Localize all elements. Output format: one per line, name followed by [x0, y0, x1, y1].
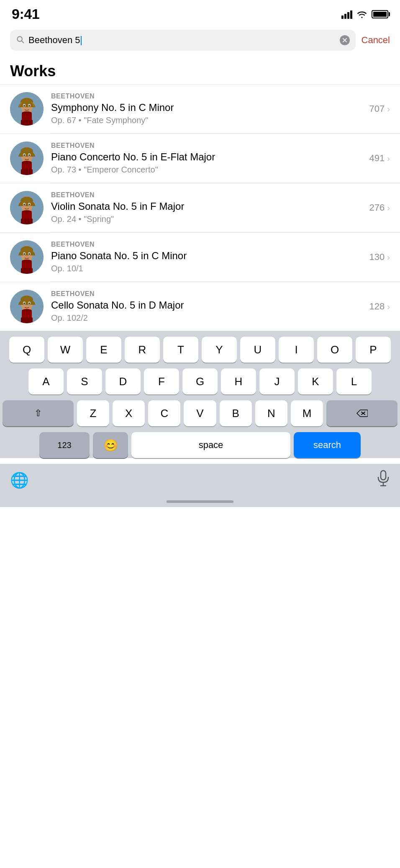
svg-rect-56	[381, 471, 386, 480]
work-item[interactable]: BEETHOVEN Cello Sonata No. 5 in D Major …	[0, 282, 400, 331]
key-m[interactable]: M	[291, 400, 323, 426]
works-section: Works BEETHOVEN S	[0, 57, 400, 331]
key-s[interactable]: S	[67, 368, 102, 394]
search-input[interactable]: Beethoven 5	[28, 35, 336, 46]
status-bar: 9:41	[0, 0, 400, 26]
key-j[interactable]: J	[259, 368, 295, 394]
svg-point-41	[23, 253, 25, 255]
svg-point-8	[22, 111, 32, 115]
delete-key[interactable]	[326, 400, 397, 426]
battery-icon	[372, 10, 388, 18]
svg-rect-23	[21, 169, 33, 175]
key-n[interactable]: N	[255, 400, 287, 426]
work-title: Cello Sonata No. 5 in D Major	[51, 299, 362, 312]
key-g[interactable]: G	[182, 368, 218, 394]
key-y[interactable]: Y	[202, 337, 237, 363]
chevron-icon: ›	[387, 104, 390, 114]
svg-point-12	[28, 105, 30, 107]
shift-key[interactable]: ⇧	[3, 400, 74, 426]
key-i[interactable]: I	[279, 337, 314, 363]
work-item[interactable]: BEETHOVEN Violin Sonata No. 5 in F Major…	[0, 183, 400, 232]
key-q[interactable]: Q	[9, 337, 44, 363]
key-h[interactable]: H	[221, 368, 256, 394]
work-subtitle: Op. 10/1	[51, 264, 362, 273]
emoji-key[interactable]: 😊	[93, 432, 128, 458]
work-title: Symphony No. 5 in C Minor	[51, 102, 362, 114]
numbers-key[interactable]: 123	[39, 432, 90, 458]
svg-line-1	[22, 41, 24, 43]
work-info: BEETHOVEN Cello Sonata No. 5 in D Major …	[51, 290, 362, 323]
chevron-icon: ›	[387, 203, 390, 213]
svg-point-38	[22, 260, 32, 263]
composer-avatar	[10, 240, 44, 274]
work-count: 128 ›	[369, 301, 390, 312]
key-f[interactable]: F	[144, 368, 179, 394]
work-info: BEETHOVEN Piano Concerto No. 5 in E-Flat…	[51, 142, 362, 175]
key-w[interactable]: W	[48, 337, 83, 363]
key-l[interactable]: L	[336, 368, 372, 394]
key-a[interactable]: A	[28, 368, 64, 394]
signal-icon	[341, 10, 352, 19]
svg-point-52	[28, 302, 30, 304]
keyboard-extras: 🌐	[0, 464, 400, 495]
svg-point-11	[23, 105, 25, 107]
work-item[interactable]: BEETHOVEN Piano Concerto No. 5 in E-Flat…	[0, 134, 400, 183]
composer-label: BEETHOVEN	[51, 191, 362, 199]
globe-icon[interactable]: 🌐	[10, 471, 29, 489]
search-key[interactable]: search	[294, 432, 361, 458]
key-e[interactable]: E	[86, 337, 121, 363]
chevron-icon: ›	[387, 154, 390, 163]
svg-rect-43	[21, 268, 33, 274]
work-title: Violin Sonata No. 5 in F Major	[51, 201, 362, 213]
status-time: 9:41	[12, 6, 39, 22]
work-count: 130 ›	[369, 252, 390, 263]
work-item[interactable]: BEETHOVEN Symphony No. 5 in C Minor Op. …	[0, 84, 400, 133]
svg-point-22	[28, 154, 30, 156]
key-b[interactable]: B	[220, 400, 252, 426]
key-t[interactable]: T	[163, 337, 198, 363]
key-d[interactable]: D	[105, 368, 141, 394]
composer-avatar	[10, 142, 44, 175]
home-bar	[167, 500, 233, 503]
svg-point-32	[28, 203, 30, 206]
key-x[interactable]: X	[113, 400, 145, 426]
status-icons	[341, 10, 388, 19]
key-p[interactable]: P	[356, 337, 391, 363]
svg-rect-13	[21, 120, 33, 126]
clear-button[interactable]	[340, 35, 350, 45]
svg-rect-33	[21, 219, 33, 224]
work-subtitle: Op. 102/2	[51, 313, 362, 323]
keyboard-row-2: A S D F G H J K L	[3, 368, 397, 394]
wifi-icon	[356, 10, 367, 18]
svg-point-21	[23, 154, 25, 156]
composer-label: BEETHOVEN	[51, 290, 362, 298]
key-k[interactable]: K	[298, 368, 333, 394]
key-v[interactable]: V	[184, 400, 216, 426]
search-bar[interactable]: Beethoven 5	[10, 30, 356, 51]
microphone-icon[interactable]	[377, 470, 390, 490]
work-count: 491 ›	[369, 153, 390, 164]
search-icon	[16, 35, 24, 46]
work-item[interactable]: BEETHOVEN Piano Sonata No. 5 in C Minor …	[0, 232, 400, 281]
home-indicator	[0, 495, 400, 507]
composer-label: BEETHOVEN	[51, 241, 362, 248]
svg-point-28	[22, 210, 32, 214]
composer-label: BEETHOVEN	[51, 142, 362, 149]
key-c[interactable]: C	[148, 400, 180, 426]
keyboard-row-1: Q W E R T Y U I O P	[3, 337, 397, 363]
key-r[interactable]: R	[125, 337, 160, 363]
chevron-icon: ›	[387, 302, 390, 312]
work-subtitle: Op. 24 • "Spring"	[51, 214, 362, 224]
cancel-button[interactable]: Cancel	[362, 35, 390, 46]
key-o[interactable]: O	[317, 337, 352, 363]
svg-point-31	[23, 203, 25, 206]
work-info: BEETHOVEN Piano Sonata No. 5 in C Minor …	[51, 241, 362, 273]
space-key[interactable]: space	[131, 432, 290, 458]
key-z[interactable]: Z	[77, 400, 109, 426]
key-u[interactable]: U	[240, 337, 275, 363]
svg-point-48	[22, 309, 32, 312]
work-info: BEETHOVEN Violin Sonata No. 5 in F Major…	[51, 191, 362, 224]
work-subtitle: Op. 67 • "Fate Symphony"	[51, 116, 362, 125]
search-container: Beethoven 5 Cancel	[0, 26, 400, 57]
work-count: 707 ›	[369, 103, 390, 114]
